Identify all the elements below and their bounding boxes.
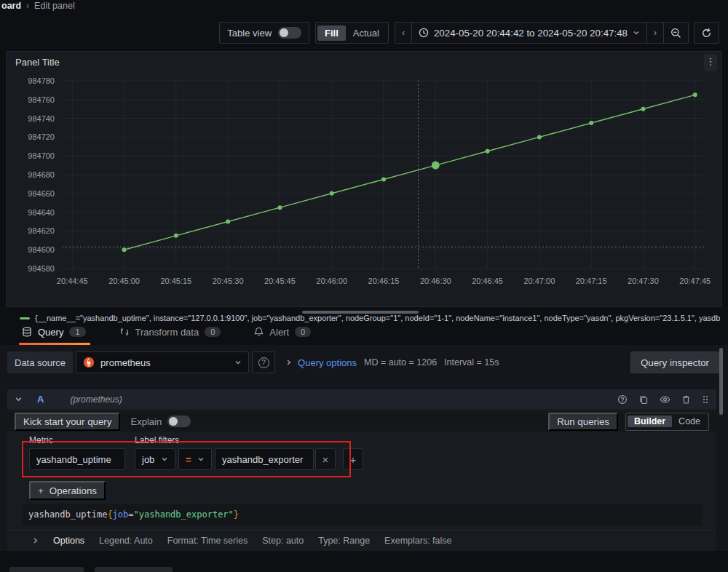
panel-title[interactable]: Panel Title xyxy=(15,57,60,68)
options-exemplars: Exemplars: false xyxy=(384,536,451,546)
refresh-button[interactable] xyxy=(694,22,719,44)
label-key-select[interactable]: job xyxy=(135,448,175,470)
bottom-partial-button-1[interactable] xyxy=(9,567,84,572)
datasource-name: prometheus xyxy=(100,357,229,368)
chevron-down-icon xyxy=(117,456,118,463)
add-filter-button[interactable]: + xyxy=(343,448,363,470)
label-value-value: yashandb_exporter xyxy=(222,454,303,465)
tab-alert-count: 0 xyxy=(295,327,311,337)
zoom-out-button[interactable] xyxy=(663,22,689,44)
copy-icon[interactable] xyxy=(638,394,649,405)
svg-text:984780: 984780 xyxy=(28,76,55,85)
help-icon: ? xyxy=(258,357,269,368)
max-data-points-summary: MD = auto = 1206 xyxy=(364,357,437,368)
toggle-knob xyxy=(280,28,288,37)
add-operations-button[interactable]: + Operations xyxy=(29,481,106,500)
time-range-text: 2024-05-20 20:44:42 to 2024-05-20 20:47:… xyxy=(434,28,628,39)
query-options-toggle[interactable]: Query options xyxy=(285,357,357,368)
time-range-button[interactable]: 2024-05-20 20:44:42 to 2024-05-20 20:47:… xyxy=(411,22,647,44)
label-value-select[interactable]: yashandb_exporter xyxy=(215,448,314,470)
chevron-right-icon: › xyxy=(654,28,657,38)
datasource-help-button[interactable]: ? xyxy=(252,351,275,373)
query-builder-row: yashandb_uptime job = yashandb_exporter … xyxy=(29,448,363,470)
run-queries-button[interactable]: Run queries xyxy=(548,413,618,431)
tab-transform-data[interactable]: Transform data 0 xyxy=(119,320,221,343)
table-view-toggle[interactable] xyxy=(278,27,301,39)
svg-text:20:47:45: 20:47:45 xyxy=(679,277,711,285)
actual-option[interactable]: Actual xyxy=(346,25,387,41)
chart-plot[interactable]: 9845809846009846209846409846609846809847… xyxy=(12,74,716,292)
query-row-header[interactable]: A (prometheus) xyxy=(7,389,716,409)
explain-toggle[interactable] xyxy=(167,416,191,427)
drag-handle-icon[interactable] xyxy=(702,394,709,405)
svg-text:20:45:30: 20:45:30 xyxy=(213,277,244,285)
plus-icon: + xyxy=(350,453,357,466)
svg-text:984760: 984760 xyxy=(28,95,55,104)
datasource-picker[interactable]: prometheus xyxy=(76,351,249,373)
svg-text:20:44:45: 20:44:45 xyxy=(57,277,88,285)
panel: Panel Title ⋮ 98458098460098462098464098… xyxy=(6,51,722,307)
fill-actual-switch: Fill Actual xyxy=(315,22,389,44)
explain-label: Explain xyxy=(130,416,162,427)
builder-option[interactable]: Builder xyxy=(628,416,672,427)
panel-editor-toolbar: Table view Fill Actual ‹ 2024-05-20 20:4… xyxy=(219,22,719,44)
close-icon: × xyxy=(323,453,329,466)
help-circle-icon[interactable] xyxy=(617,394,628,405)
bell-icon xyxy=(254,327,264,337)
breadcrumb-dashboard[interactable]: oard xyxy=(1,1,21,11)
query-options-row[interactable]: Options Legend: Auto Format: Time series… xyxy=(7,530,716,551)
query-inspector-button[interactable]: Query inspector xyxy=(630,351,719,373)
svg-text:984740: 984740 xyxy=(28,114,55,123)
query-editor-card: A (prometheus) Kick start your query Exp… xyxy=(7,389,716,551)
preview-close-brace: } xyxy=(234,509,239,520)
preview-metric: yashandb_uptime xyxy=(28,509,107,520)
chevron-right-icon xyxy=(32,537,39,544)
vertical-scrollbar[interactable] xyxy=(719,348,723,415)
time-picker: ‹ 2024-05-20 20:44:42 to 2024-05-20 20:4… xyxy=(395,22,689,44)
options-legend: Legend: Auto xyxy=(99,536,153,546)
tab-transform-label: Transform data xyxy=(135,327,199,338)
svg-text:20:47:15: 20:47:15 xyxy=(576,277,607,285)
tab-query[interactable]: Query 1 xyxy=(22,320,86,343)
svg-text:984660: 984660 xyxy=(28,189,55,198)
svg-text:984600: 984600 xyxy=(28,245,55,254)
preview-open-brace: { xyxy=(107,509,112,520)
svg-text:20:46:30: 20:46:30 xyxy=(420,277,451,285)
toggle-knob xyxy=(169,417,178,426)
bottom-partial-button-2[interactable] xyxy=(95,567,173,572)
panel-menu-kebab-icon[interactable]: ⋮ xyxy=(704,54,717,71)
time-back-button[interactable]: ‹ xyxy=(395,22,412,44)
label-operator-select[interactable]: = xyxy=(178,448,212,470)
remove-filter-button[interactable]: × xyxy=(315,448,336,470)
table-view-label: Table view xyxy=(227,28,272,39)
svg-text:20:46:45: 20:46:45 xyxy=(472,277,503,285)
kick-start-query-button[interactable]: Kick start your query xyxy=(15,413,120,431)
svg-text:20:45:00: 20:45:00 xyxy=(108,277,140,285)
query-options-link[interactable]: Query options xyxy=(298,357,357,368)
time-forward-button[interactable]: › xyxy=(646,22,664,44)
preview-value: "yashandb_exporter" xyxy=(134,509,234,520)
svg-text:20:45:15: 20:45:15 xyxy=(160,277,191,285)
horizontal-scrollbar[interactable] xyxy=(302,311,419,314)
trash-icon[interactable] xyxy=(681,394,691,405)
code-option[interactable]: Code xyxy=(672,416,707,427)
time-series-chart[interactable]: 9845809846009846209846409846609846809847… xyxy=(12,74,716,292)
chevron-right-icon xyxy=(285,359,292,366)
tab-query-label: Query xyxy=(38,327,63,338)
svg-text:984700: 984700 xyxy=(28,151,55,160)
breadcrumb: oard › Edit panel xyxy=(0,0,728,12)
eye-icon[interactable] xyxy=(660,395,670,404)
plus-icon: + xyxy=(38,485,44,496)
chevron-down-icon[interactable] xyxy=(15,395,23,403)
query-row-actions xyxy=(617,394,709,405)
datasource-label: Data source xyxy=(7,351,73,373)
query-toolbar: Kick start your query Explain Run querie… xyxy=(7,411,716,432)
preview-label: job xyxy=(113,509,129,520)
panel-header: Panel Title ⋮ xyxy=(7,52,721,72)
legend-series-swatch[interactable] xyxy=(20,317,30,319)
query-toolbar-right: Run queries Builder Code xyxy=(548,413,709,431)
metric-select[interactable]: yashandb_uptime xyxy=(29,448,125,470)
tab-alert[interactable]: Alert 0 xyxy=(254,320,311,343)
fill-option[interactable]: Fill xyxy=(317,25,346,41)
svg-text:984720: 984720 xyxy=(28,132,55,141)
